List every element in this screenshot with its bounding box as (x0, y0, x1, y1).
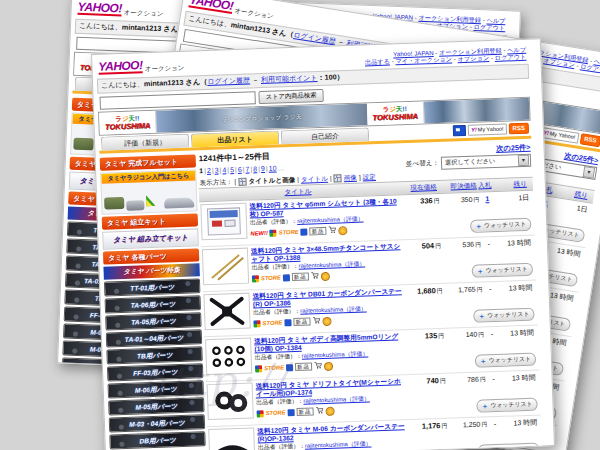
watchlist-button[interactable]: ＋ウォッチリスト (476, 398, 538, 413)
auction-rows: 送料120円 タミヤ φ5mm シムセット (3種・各10枚) OP-587出品… (199, 191, 542, 450)
cart-icon[interactable] (312, 316, 320, 326)
watchlist-button[interactable]: ＋ウォッチリスト (473, 308, 535, 323)
sidebar-part-button[interactable]: TA-06用パーツ (105, 295, 201, 313)
watchlist-button[interactable]: ＋ウォッチリスト (475, 353, 537, 368)
next-page-link[interactable]: 次の25件> (496, 143, 531, 153)
seller-rating-link[interactable]: （評価） (340, 216, 364, 223)
sidebar-part-button[interactable]: TB用パーツ (106, 346, 202, 364)
seller-id-link[interactable]: rajitentokushima (303, 396, 346, 403)
cart-icon[interactable] (314, 361, 322, 371)
sidebar-part-button[interactable]: M-05用パーツ (108, 397, 204, 415)
pagination-page-link[interactable]: 10 (269, 164, 277, 171)
column-bids[interactable]: 入札 (477, 181, 493, 189)
pagination-page-link[interactable]: 2 (207, 167, 211, 174)
user-id: mintan1213 (122, 22, 162, 33)
buyout-price-value: 1,765 (458, 286, 476, 294)
item-thumbnail[interactable] (207, 383, 254, 421)
pagination-current-page: 1 (199, 167, 203, 174)
seller-rating-link[interactable]: （評価） (348, 440, 372, 447)
seller-rating-link[interactable]: （評価） (341, 261, 365, 268)
sidebar-part-button[interactable]: TA-05用パーツ (105, 312, 201, 330)
rss-button[interactable]: RSS (579, 133, 600, 147)
add-to-my-yahoo-button[interactable]: Y!My Yahoo! (540, 127, 580, 144)
sidebar-promo-assembly-kit[interactable]: タミヤ 組み立てキット (102, 228, 199, 249)
store-rainbow-icon (253, 320, 260, 327)
greeting-suffix: さん（ (183, 77, 207, 87)
condition-icon (286, 364, 293, 371)
sidebar-part-button[interactable]: DB用パーツ (109, 431, 205, 449)
cart-icon[interactable] (315, 406, 323, 416)
plus-icon: ＋ (481, 402, 488, 409)
tab-rating[interactable]: 評価（新規） (101, 134, 189, 151)
top-link[interactable]: オプション (457, 55, 489, 63)
seller-id-link[interactable]: rajitentokushima (302, 351, 345, 358)
seller-id-link[interactable]: rajitentokushima (300, 306, 343, 313)
tab-self-introduction[interactable]: 自己紹介 (281, 127, 369, 144)
service-name: オークション (124, 9, 164, 18)
available-points-link[interactable]: 利用可能ポイント (261, 74, 318, 83)
yahoo-auctions-logo[interactable]: YAHOO! オークション (98, 58, 184, 75)
dropdown-arrow-icon: ▼ (518, 154, 529, 165)
seller-rating-link[interactable]: （評価） (345, 351, 369, 358)
flag-image (146, 195, 155, 206)
sidebar-part-button[interactable]: M-06用パーツ (108, 380, 204, 398)
top-link[interactable]: ログアウト (473, 23, 505, 31)
item-thumbnail[interactable] (208, 428, 255, 450)
item-thumbnail[interactable] (205, 338, 252, 376)
store-search-button[interactable]: ストア内商品検索 (258, 88, 323, 103)
pagination-page-link[interactable]: 7 (245, 165, 249, 172)
seller-rating-link[interactable]: （評価） (343, 306, 367, 313)
sidebar-section-parts[interactable]: タミヤ 各種パーツ (103, 248, 199, 264)
item-thumbnail[interactable] (203, 293, 250, 331)
seller-id-link[interactable]: rajitentokushima (297, 216, 340, 223)
add-to-my-yahoo-button[interactable]: Y!My Yahoo! (468, 124, 507, 136)
item-thumbnail[interactable] (200, 203, 247, 241)
seller-id-link[interactable]: rajitentokushima (305, 441, 348, 448)
rss-button[interactable]: RSS (508, 123, 529, 135)
sidebar-part-button[interactable]: TA-01～04用パーツ (106, 329, 202, 347)
sidebar-section-assembly-kit[interactable]: タミヤ 組立キット (102, 213, 198, 229)
yahoo-auctions-logo[interactable]: YAHOO! オークション (77, 1, 163, 18)
pagination-page-link[interactable]: 8 (253, 165, 257, 172)
display-settings-link[interactable]: 設定 (363, 173, 376, 181)
bookmark-icon[interactable] (453, 125, 466, 136)
seller-rating-link[interactable]: （評価） (346, 396, 370, 403)
pagination-page-link[interactable]: 6 (238, 166, 242, 173)
auction-listing-page: YAHOO! オークション Yahoo! JAPAN - オークション利用登録 … (96, 44, 542, 450)
display-mode-title-link[interactable]: タイトル (301, 174, 328, 183)
top-link[interactable]: ログアウト (495, 53, 527, 61)
cart-icon[interactable] (328, 226, 336, 236)
display-mode-image-link[interactable]: 画像 (344, 173, 357, 181)
column-buyout-price[interactable]: 即決価格 (437, 182, 477, 191)
pagination-page-link[interactable]: 9 (261, 165, 265, 172)
pagination-page-link[interactable]: 5 (230, 166, 234, 173)
part-button-label: M-03・04用パーツ (129, 418, 185, 428)
item-thumbnail[interactable] (202, 248, 249, 286)
pagination-page-link[interactable]: 3 (214, 166, 218, 173)
seller-label: 出品者（評価）： (250, 218, 297, 226)
easy-payment-icon (324, 361, 333, 370)
buyout-price-value: 140 (465, 331, 477, 338)
seller-id-link[interactable]: rajitentokushima (299, 261, 342, 268)
top-link[interactable]: マイ・オークション (395, 56, 452, 65)
sidebar-part-button[interactable]: TT-01用パーツ (104, 278, 200, 296)
bid-count-link[interactable]: 1 (485, 195, 489, 202)
sidebar-part-button[interactable]: FF-03用パーツ (107, 363, 203, 381)
column-current-price[interactable]: 現在価格 (397, 183, 437, 192)
sidebar-promo-beginner[interactable]: タミヤラジコン入門はこちら (100, 169, 197, 214)
tab-listing-selected[interactable]: 出品リスト (191, 130, 279, 147)
greeting-prefix: こんにちは、 (101, 80, 144, 88)
watchlist-button[interactable]: ＋ウォッチリスト (471, 263, 533, 278)
pagination-page-link[interactable]: 4 (222, 166, 226, 173)
login-history-link[interactable]: ログイン履歴 (293, 31, 336, 45)
sidebar-promo-parts-feature[interactable]: タミヤ パーツ特集 (103, 263, 199, 279)
pagination-ellipsis: … (277, 164, 284, 171)
sidebar-section-full-set[interactable]: タミヤ 完成フルセット (100, 154, 196, 170)
watchlist-button[interactable]: ＋ウォッチリスト (470, 218, 532, 233)
login-history-link[interactable]: ログイン履歴 (207, 76, 250, 84)
top-link[interactable]: 出品する (365, 58, 390, 66)
cart-icon[interactable] (310, 271, 318, 281)
column-time-left[interactable]: 残り (493, 180, 527, 189)
store-name: TOKUSHIMA (372, 112, 418, 121)
sidebar-part-button[interactable]: M-03・04用パーツ (109, 414, 205, 432)
